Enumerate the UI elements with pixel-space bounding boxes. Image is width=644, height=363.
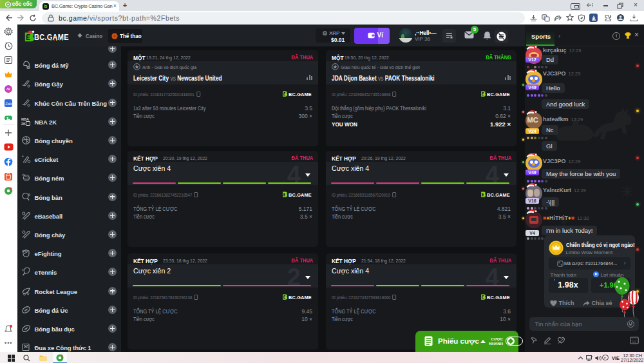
svg-text:e: e <box>22 154 24 158</box>
svg-text:Zalo: Zalo <box>5 102 13 106</box>
svg-text:e: e <box>22 268 24 271</box>
svg-text:BC.GAME: BC.GAME <box>487 91 510 97</box>
svg-text:BC.GAME: BC.GAME <box>289 191 312 197</box>
svg-text:e: e <box>22 249 24 253</box>
svg-text:BC.GAME: BC.GAME <box>289 294 312 300</box>
svg-text:BC.GAME: BC.GAME <box>487 191 510 197</box>
svg-text:BC.GAME: BC.GAME <box>487 294 510 300</box>
svg-text:BC.GAME: BC.GAME <box>289 91 312 97</box>
svg-text:A: A <box>543 15 545 19</box>
